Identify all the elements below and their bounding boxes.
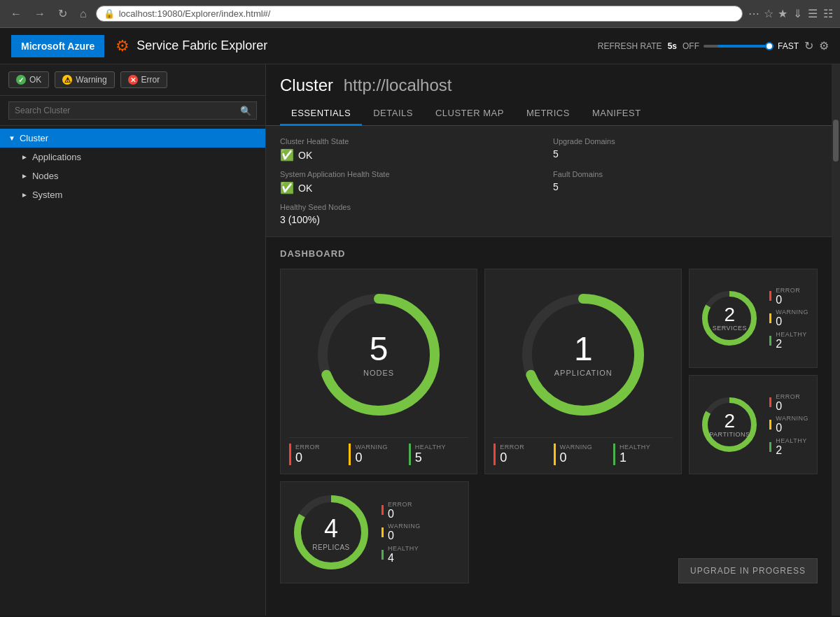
search-input[interactable] — [8, 101, 257, 120]
menu-icon[interactable]: ☷ — [823, 7, 833, 20]
refresh-slider[interactable] — [704, 45, 774, 48]
more-icon[interactable]: ⋯ — [748, 7, 760, 20]
system-app-health-label: System Application Health State — [280, 170, 545, 178]
scroll-thumb[interactable] — [833, 120, 839, 162]
healthy-seed-value: 3 (100%) — [280, 214, 545, 225]
services-card: 2 SERVICES ERROR 0 — [689, 269, 818, 368]
refresh-rate-label: REFRESH RATE — [598, 41, 662, 51]
nav-item-nodes[interactable]: ► Nodes — [0, 166, 265, 185]
forward-button[interactable]: → — [31, 6, 49, 22]
chevron-right-icon-nodes: ► — [21, 172, 28, 180]
system-app-health-group: System Application Health State ✅ OK — [280, 170, 545, 194]
services-healthy-stat: HEALTHY 2 — [769, 331, 808, 350]
services-donut-label: 2 SERVICES — [713, 305, 747, 332]
error-filter-button[interactable]: ✕ Error — [120, 71, 168, 88]
partitions-label: PARTITIONS — [709, 431, 750, 438]
app-title-container: ⚙ Service Fabric Explorer — [104, 37, 279, 55]
partitions-healthy-stat: HEALTHY 2 — [769, 437, 808, 457]
nav-item-cluster[interactable]: ▼ Cluster — [0, 129, 265, 148]
scrollbar[interactable] — [832, 64, 840, 616]
partitions-card: 2 PARTITIONS ERROR 0 — [689, 375, 818, 474]
upgrade-domains-label: Upgrade Domains — [553, 137, 818, 146]
system-app-ok-icon: ✅ — [280, 181, 294, 194]
tab-cluster-map[interactable]: CLUSTER MAP — [424, 102, 515, 126]
tab-metrics[interactable]: METRICS — [515, 102, 581, 126]
reload-button[interactable]: ↻ — [55, 6, 71, 22]
app-title-text: Service Fabric Explorer — [136, 38, 267, 53]
healthy-seed-group: Healthy Seed Nodes 3 (100%) — [280, 203, 545, 225]
replicas-inner: 4 REPLICAS ERROR 0 — [289, 490, 460, 574]
application-label: APPLICATION — [554, 369, 612, 377]
application-stats-row: ERROR 0 WARNING 0 HEALTHY 1 — [493, 437, 673, 465]
refresh-slider-container: OFF FAST — [682, 41, 799, 51]
search-box: 🔍 — [0, 96, 265, 126]
pocket-icon[interactable]: ☆ — [764, 7, 774, 20]
bookmark-icon[interactable]: ★ — [778, 7, 788, 20]
library-icon[interactable]: ☰ — [808, 7, 818, 20]
warning-filter-button[interactable]: ⚠ Warning — [55, 71, 114, 88]
services-stats: ERROR 0 WARNING 0 — [769, 287, 808, 350]
services-warning-stat: WARNING 0 — [769, 308, 808, 328]
refresh-controls: REFRESH RATE 5s OFF FAST ↻ ⚙ — [598, 39, 829, 52]
upgrade-area: UPGRADE IN PROGRESS — [476, 481, 818, 583]
ok-label: OK — [29, 75, 41, 85]
nav-item-applications[interactable]: ► Applications — [0, 148, 265, 166]
warning-dot-icon: ⚠ — [62, 75, 72, 85]
refresh-icon[interactable]: ↻ — [804, 39, 813, 52]
services-warning-value: 0 — [776, 315, 808, 328]
lock-icon: 🔒 — [104, 8, 115, 19]
settings-icon[interactable]: ⚙ — [819, 39, 829, 52]
nav-item-system[interactable]: ► System — [0, 185, 265, 204]
off-label: OFF — [682, 41, 699, 51]
right-column: 2 SERVICES ERROR 0 — [689, 269, 818, 474]
healthy-seed-label: Healthy Seed Nodes — [280, 203, 545, 211]
warning-label: Warning — [76, 75, 106, 85]
cluster-health-ok-icon: ✅ — [280, 148, 294, 162]
essentials-panel: Cluster Health State ✅ OK Upgrade Domain… — [266, 126, 832, 237]
nodes-healthy-stat: HEALTHY 5 — [409, 444, 468, 465]
nav-cluster-label: Cluster — [20, 133, 48, 143]
dashboard-title: DASHBOARD — [280, 248, 818, 259]
partitions-count: 2 — [709, 411, 750, 431]
partitions-warning-value: 0 — [776, 422, 808, 434]
nodes-error-value: 0 — [295, 451, 344, 465]
filter-buttons: ✓ OK ⚠ Warning ✕ Error — [0, 64, 265, 96]
tab-essentials[interactable]: ESSENTIALS — [280, 102, 362, 126]
back-button[interactable]: ← — [7, 6, 25, 22]
home-button[interactable]: ⌂ — [76, 6, 90, 22]
services-count: 2 — [713, 305, 747, 325]
nodes-stats-row: ERROR 0 WARNING 0 HEALTHY 5 — [289, 437, 468, 465]
replicas-warning-stat: WARNING 0 — [382, 523, 421, 542]
sidebar: ✓ OK ⚠ Warning ✕ Error 🔍 ▼ Clu — [0, 64, 266, 616]
replicas-stats: ERROR 0 WARNING 0 — [382, 501, 421, 565]
nodes-donut-container: 5 NODES — [289, 278, 468, 432]
tab-details[interactable]: DETAILS — [362, 102, 424, 126]
cluster-health-group: Cluster Health State ✅ OK — [280, 137, 545, 162]
tab-manifest[interactable]: MANIFEST — [581, 102, 652, 126]
partitions-error-stat: ERROR 0 — [769, 393, 808, 413]
dashboard-section: DASHBOARD 5 NODES — [266, 237, 832, 595]
application-error-value: 0 — [500, 451, 549, 465]
nodes-warning-value: 0 — [355, 451, 404, 465]
download-icon[interactable]: ⇓ — [793, 7, 802, 20]
partitions-stats: ERROR 0 WARNING 0 — [769, 393, 808, 457]
search-icon: 🔍 — [240, 106, 251, 116]
application-healthy-stat: HEALTHY 1 — [613, 444, 673, 465]
fault-domains-label: Fault Domains — [553, 170, 818, 178]
application-error-stat: ERROR 0 — [493, 444, 553, 465]
chevron-right-icon: ► — [21, 153, 28, 161]
ok-dot-icon: ✓ — [16, 75, 26, 85]
cluster-health-label: Cluster Health State — [280, 137, 545, 146]
partitions-warning-stat: WARNING 0 — [769, 415, 808, 434]
ok-filter-button[interactable]: ✓ OK — [8, 71, 49, 88]
services-error-value: 0 — [776, 294, 800, 306]
refresh-value: 5s — [668, 41, 677, 51]
address-bar[interactable]: 🔒 localhost:19080/Explorer/index.html#/ — [96, 6, 743, 22]
replicas-error-stat: ERROR 0 — [382, 501, 421, 520]
address-text: localhost:19080/Explorer/index.html#/ — [119, 8, 271, 19]
chevron-right-icon-system: ► — [21, 191, 28, 199]
application-warning-stat: WARNING 0 — [554, 444, 613, 465]
fast-label: FAST — [778, 41, 799, 51]
nodes-warning-stat: WARNING 0 — [349, 444, 408, 465]
upgrade-banner: UPGRADE IN PROGRESS — [678, 558, 818, 583]
